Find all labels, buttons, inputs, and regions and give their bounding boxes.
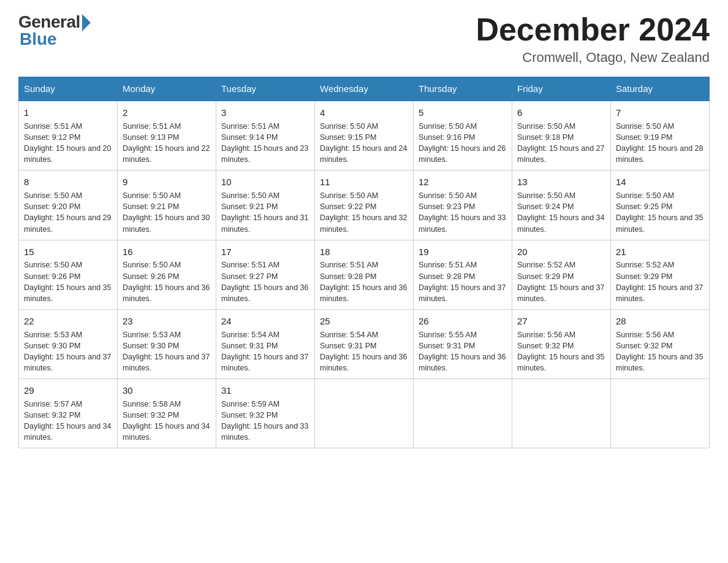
calendar-cell: 24Sunrise: 5:54 AMSunset: 9:31 PMDayligh… [216, 309, 315, 378]
day-number: 10 [221, 175, 309, 189]
day-info: Sunrise: 5:50 AMSunset: 9:19 PMDaylight:… [616, 121, 704, 166]
day-number: 23 [123, 315, 211, 328]
calendar-cell: 21Sunrise: 5:52 AMSunset: 9:29 PMDayligh… [611, 240, 710, 309]
day-number: 3 [221, 106, 309, 120]
day-number: 1 [24, 106, 112, 120]
calendar-title: December 2024 [476, 12, 710, 47]
day-number: 14 [616, 175, 704, 189]
calendar-cell: 11Sunrise: 5:50 AMSunset: 9:22 PMDayligh… [315, 170, 414, 240]
day-number: 29 [24, 384, 112, 397]
day-info: Sunrise: 5:55 AMSunset: 9:31 PMDaylight:… [419, 329, 507, 374]
header-cell-thursday: Thursday [414, 77, 512, 101]
day-info: Sunrise: 5:50 AMSunset: 9:21 PMDaylight:… [123, 190, 211, 235]
day-number: 12 [419, 175, 507, 189]
calendar-cell: 18Sunrise: 5:51 AMSunset: 9:28 PMDayligh… [315, 240, 414, 309]
day-number: 18 [320, 245, 408, 259]
day-number: 26 [419, 315, 507, 328]
day-number: 20 [517, 245, 605, 259]
day-number: 24 [221, 315, 309, 328]
day-number: 30 [123, 384, 211, 397]
calendar-body: 1Sunrise: 5:51 AMSunset: 9:12 PMDaylight… [19, 101, 710, 448]
header-cell-saturday: Saturday [611, 77, 710, 101]
day-number: 5 [419, 106, 507, 120]
calendar-cell: 28Sunrise: 5:56 AMSunset: 9:32 PMDayligh… [611, 309, 710, 378]
calendar-cell [315, 379, 414, 448]
day-number: 25 [320, 315, 408, 328]
calendar-cell: 19Sunrise: 5:51 AMSunset: 9:28 PMDayligh… [414, 240, 512, 309]
day-info: Sunrise: 5:50 AMSunset: 9:26 PMDaylight:… [24, 259, 112, 304]
day-info: Sunrise: 5:52 AMSunset: 9:29 PMDaylight:… [517, 259, 605, 304]
day-info: Sunrise: 5:51 AMSunset: 9:12 PMDaylight:… [24, 121, 112, 166]
logo: General Blue [18, 12, 91, 49]
day-number: 28 [616, 315, 704, 328]
day-number: 16 [123, 245, 211, 259]
day-info: Sunrise: 5:56 AMSunset: 9:32 PMDaylight:… [616, 329, 704, 374]
day-info: Sunrise: 5:59 AMSunset: 9:32 PMDaylight:… [221, 399, 309, 443]
day-info: Sunrise: 5:56 AMSunset: 9:32 PMDaylight:… [517, 329, 605, 374]
day-info: Sunrise: 5:50 AMSunset: 9:21 PMDaylight:… [221, 190, 309, 235]
logo-arrow-icon [82, 14, 91, 31]
calendar-cell [611, 379, 710, 448]
day-number: 19 [419, 245, 507, 259]
calendar-cell: 27Sunrise: 5:56 AMSunset: 9:32 PMDayligh… [512, 309, 611, 378]
calendar-cell: 25Sunrise: 5:54 AMSunset: 9:31 PMDayligh… [315, 309, 414, 378]
calendar-cell: 31Sunrise: 5:59 AMSunset: 9:32 PMDayligh… [216, 379, 315, 448]
logo-text-blue: Blue [18, 29, 57, 49]
day-number: 31 [221, 384, 309, 397]
header-cell-tuesday: Tuesday [216, 77, 315, 101]
calendar-cell: 3Sunrise: 5:51 AMSunset: 9:14 PMDaylight… [216, 101, 315, 170]
day-info: Sunrise: 5:53 AMSunset: 9:30 PMDaylight:… [24, 329, 112, 374]
page-header: General Blue December 2024 Cromwell, Ota… [18, 12, 710, 66]
day-info: Sunrise: 5:51 AMSunset: 9:28 PMDaylight:… [419, 259, 507, 304]
day-number: 6 [517, 106, 605, 120]
calendar-week-row: 15Sunrise: 5:50 AMSunset: 9:26 PMDayligh… [19, 240, 710, 309]
day-info: Sunrise: 5:51 AMSunset: 9:28 PMDaylight:… [320, 259, 408, 304]
day-info: Sunrise: 5:51 AMSunset: 9:13 PMDaylight:… [123, 121, 211, 166]
header-row: SundayMondayTuesdayWednesdayThursdayFrid… [19, 77, 710, 101]
day-number: 11 [320, 175, 408, 189]
day-number: 8 [24, 175, 112, 189]
day-info: Sunrise: 5:50 AMSunset: 9:23 PMDaylight:… [419, 190, 507, 235]
calendar-cell: 20Sunrise: 5:52 AMSunset: 9:29 PMDayligh… [512, 240, 611, 309]
day-number: 7 [616, 106, 704, 120]
calendar-cell: 9Sunrise: 5:50 AMSunset: 9:21 PMDaylight… [118, 170, 216, 240]
calendar-cell: 4Sunrise: 5:50 AMSunset: 9:15 PMDaylight… [315, 101, 414, 170]
calendar-cell: 15Sunrise: 5:50 AMSunset: 9:26 PMDayligh… [19, 240, 118, 309]
calendar-table: SundayMondayTuesdayWednesdayThursdayFrid… [18, 77, 710, 448]
calendar-week-row: 29Sunrise: 5:57 AMSunset: 9:32 PMDayligh… [19, 379, 710, 448]
day-info: Sunrise: 5:51 AMSunset: 9:27 PMDaylight:… [221, 259, 309, 304]
day-number: 13 [517, 175, 605, 189]
day-info: Sunrise: 5:50 AMSunset: 9:18 PMDaylight:… [517, 121, 605, 166]
day-info: Sunrise: 5:50 AMSunset: 9:16 PMDaylight:… [419, 121, 507, 166]
calendar-cell: 7Sunrise: 5:50 AMSunset: 9:19 PMDaylight… [611, 101, 710, 170]
calendar-cell: 26Sunrise: 5:55 AMSunset: 9:31 PMDayligh… [414, 309, 512, 378]
calendar-cell: 16Sunrise: 5:50 AMSunset: 9:26 PMDayligh… [118, 240, 216, 309]
header-cell-sunday: Sunday [19, 77, 118, 101]
calendar-cell: 2Sunrise: 5:51 AMSunset: 9:13 PMDaylight… [118, 101, 216, 170]
calendar-cell: 14Sunrise: 5:50 AMSunset: 9:25 PMDayligh… [611, 170, 710, 240]
calendar-cell: 23Sunrise: 5:53 AMSunset: 9:30 PMDayligh… [118, 309, 216, 378]
calendar-cell: 22Sunrise: 5:53 AMSunset: 9:30 PMDayligh… [19, 309, 118, 378]
day-number: 4 [320, 106, 408, 120]
header-cell-monday: Monday [118, 77, 216, 101]
day-info: Sunrise: 5:50 AMSunset: 9:25 PMDaylight:… [616, 190, 704, 235]
calendar-cell: 13Sunrise: 5:50 AMSunset: 9:24 PMDayligh… [512, 170, 611, 240]
calendar-week-row: 1Sunrise: 5:51 AMSunset: 9:12 PMDaylight… [19, 101, 710, 170]
calendar-cell: 17Sunrise: 5:51 AMSunset: 9:27 PMDayligh… [216, 240, 315, 309]
day-number: 27 [517, 315, 605, 328]
day-info: Sunrise: 5:52 AMSunset: 9:29 PMDaylight:… [616, 259, 704, 304]
calendar-cell [512, 379, 611, 448]
day-info: Sunrise: 5:51 AMSunset: 9:14 PMDaylight:… [221, 121, 309, 166]
day-info: Sunrise: 5:58 AMSunset: 9:32 PMDaylight:… [123, 399, 211, 443]
day-info: Sunrise: 5:50 AMSunset: 9:15 PMDaylight:… [320, 121, 408, 166]
day-info: Sunrise: 5:50 AMSunset: 9:22 PMDaylight:… [320, 190, 408, 235]
day-info: Sunrise: 5:57 AMSunset: 9:32 PMDaylight:… [24, 399, 112, 443]
day-number: 15 [24, 245, 112, 259]
calendar-cell: 29Sunrise: 5:57 AMSunset: 9:32 PMDayligh… [19, 379, 118, 448]
calendar-cell: 30Sunrise: 5:58 AMSunset: 9:32 PMDayligh… [118, 379, 216, 448]
calendar-cell: 12Sunrise: 5:50 AMSunset: 9:23 PMDayligh… [414, 170, 512, 240]
calendar-subtitle: Cromwell, Otago, New Zealand [476, 50, 710, 66]
header-cell-wednesday: Wednesday [315, 77, 414, 101]
calendar-cell: 5Sunrise: 5:50 AMSunset: 9:16 PMDaylight… [414, 101, 512, 170]
calendar-header: SundayMondayTuesdayWednesdayThursdayFrid… [19, 77, 710, 101]
